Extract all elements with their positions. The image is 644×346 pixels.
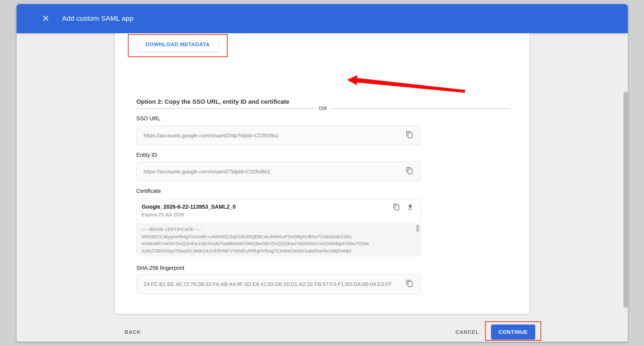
certificate-name: Google_2026-6-22-113953_SAML2_0 <box>142 204 236 210</box>
sha256-value: 24:FC:B1:BE:46:72:78:3B:32:F6:AB:A4:8F:3… <box>144 281 406 287</box>
certificate-pem-text[interactable]: -----BEGIN CERTIFICATE----- MIIDdDCCAlyg… <box>137 223 420 256</box>
entity-id-field: https://accounts.google.com/o/saml2?idpi… <box>136 162 421 181</box>
sso-url-value: https://accounts.google.com/o/saml2/idp?… <box>144 132 406 138</box>
sha256-copy-button[interactable] <box>406 280 414 288</box>
dialog-scrollbar[interactable] <box>623 92 628 308</box>
entity-id-label: Entity ID <box>136 152 157 158</box>
copy-icon <box>406 131 414 140</box>
dialog-header: Add custom SAML app <box>16 4 628 33</box>
certificate-copy-button[interactable] <box>393 203 400 212</box>
copy-icon <box>406 280 414 288</box>
sso-url-field: https://accounts.google.com/o/saml2/idp?… <box>136 126 421 145</box>
certificate-scrollbar[interactable] <box>416 225 419 232</box>
certificate-card-header: Google_2026-6-22-113953_SAML2_0 Expires … <box>137 199 420 223</box>
sso-url-label: SSO URL <box>136 115 160 121</box>
close-icon <box>41 14 50 24</box>
certificate-pem-line: bmMuMRYwFAYDVQQHEw1Nb3VudGFpbiBWaWV3MQ8w… <box>142 240 412 247</box>
continue-button[interactable]: CONTINUE <box>491 324 535 339</box>
copy-icon <box>393 203 400 212</box>
close-button[interactable] <box>40 13 51 24</box>
cancel-button[interactable]: CANCEL <box>456 329 479 335</box>
add-saml-app-dialog: Add custom SAML app DOWNLOAD METADATA OR… <box>16 4 628 341</box>
divider-line-left <box>136 108 316 109</box>
sha256-field: 24:FC:B1:BE:46:72:78:3B:32:F6:AB:A4:8F:3… <box>136 274 421 294</box>
download-icon <box>406 203 414 212</box>
or-divider: OR <box>136 105 510 111</box>
entity-id-copy-button[interactable] <box>406 167 414 176</box>
certificate-pem-line: -----BEGIN CERTIFICATE----- <box>142 226 412 233</box>
sha256-label: SHA-256 fingerprint <box>136 265 184 271</box>
divider-line-right <box>330 108 510 109</box>
certificate-pem-line: MIIDdDCCAlygAwIBAgIGAXo6K+u/MA0GCSqGSIb3… <box>142 233 412 240</box>
download-metadata-button[interactable]: DOWNLOAD METADATA <box>136 37 219 52</box>
content-panel: DOWNLOAD METADATA OR Option 2: Copy the … <box>115 33 530 314</box>
screen: Add custom SAML app DOWNLOAD METADATA OR… <box>0 0 644 346</box>
certificate-download-button[interactable] <box>406 203 414 212</box>
or-label: OR <box>316 105 330 111</box>
certificate-expiry: Expires 23 Jun 2026 <box>142 212 184 217</box>
sso-url-copy-button[interactable] <box>406 131 414 140</box>
entity-id-value: https://accounts.google.com/o/saml2?idpi… <box>144 168 406 175</box>
back-button[interactable]: BACK <box>124 329 141 335</box>
certificate-pem-line: b2dsZSBGb3IgV29yazELMAkGA1UEBhMCVVMxEzAR… <box>142 247 412 254</box>
certificate-card: Google_2026-6-22-113953_SAML2_0 Expires … <box>136 199 421 256</box>
copy-icon <box>406 167 414 176</box>
dialog-title: Add custom SAML app <box>62 15 134 23</box>
certificate-label: Certificate <box>136 188 161 194</box>
annotation-arrow <box>342 71 471 96</box>
option2-heading: Option 2: Copy the SSO URL, entity ID an… <box>136 98 290 105</box>
